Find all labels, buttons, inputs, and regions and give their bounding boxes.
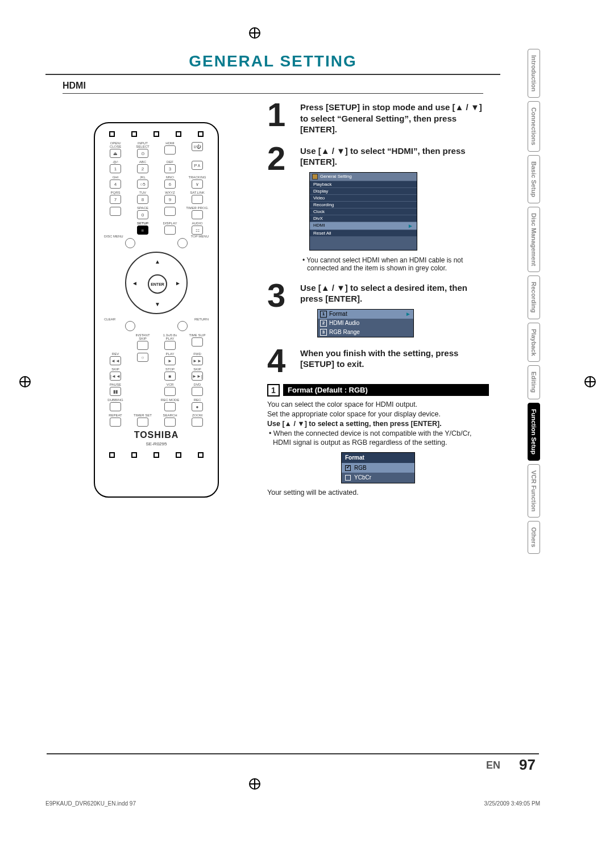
hdmi-submenu: 1Format► 2HDMI Audio 3RGB Range (317, 309, 414, 337)
remote-column: OPEN/ CLOSE⏏ INPUT SELECT⊙ HDMI I/⏻ .@/:… (57, 99, 256, 498)
crop-mark (579, 370, 601, 393)
step-2: 2 Use [▲ / ▼] to select “HDMI”, then pre… (267, 145, 489, 272)
section-hdmi-label: HDMI (63, 81, 500, 91)
crop-mark (243, 22, 266, 44)
step-number: 4 (267, 348, 294, 374)
clear-label: CLEAR (104, 318, 115, 321)
page-title: GENERAL SETTING (45, 52, 500, 75)
side-tabs: Introduction Connections Basic Setup Dis… (528, 49, 540, 554)
step-4: 4 When you finish with the setting, pres… (267, 348, 489, 374)
tab-vcr-function[interactable]: VCR Function (528, 464, 540, 518)
format-options-box: Format ✔RGB YCbCr (341, 452, 415, 483)
brand-label: TOSHIBA (101, 430, 212, 440)
page-body: GENERAL SETTING HDMI OPEN/ CLOSE⏏ INPUT … (45, 49, 500, 783)
footer-rule (47, 753, 539, 754)
section-rule (63, 93, 483, 94)
tab-disc-management[interactable]: Disc Management (528, 207, 540, 273)
step-2-note: • You cannot select HDMI when an HDMI ca… (300, 256, 489, 272)
tab-playback[interactable]: Playback (528, 323, 540, 362)
step-1: 1 Press [SETUP] in stop mode and use [▲ … (267, 102, 489, 135)
tab-function-setup[interactable]: Function Setup (528, 403, 540, 461)
page-number: 97 (519, 756, 536, 774)
step-3: 3 Use [▲ / ▼] to select a desired item, … (267, 282, 489, 337)
tab-recording[interactable]: Recording (528, 276, 540, 319)
format-section-body: You can select the color space for HDMI … (267, 400, 489, 498)
return-label: RETURN (194, 318, 209, 321)
disc-menu-label: DISC MENU (104, 235, 123, 238)
remote-keypad: OPEN/ CLOSE⏏ INPUT SELECT⊙ HDMI I/⏻ .@/:… (101, 141, 212, 235)
print-footer-right: 3/25/2009 3:49:05 PM (484, 800, 540, 807)
tab-others[interactable]: Others (528, 521, 540, 553)
step-number: 2 (267, 145, 294, 272)
steps-column: 1 Press [SETUP] in stop mode and use [▲ … (267, 99, 489, 498)
step-number: 3 (267, 282, 294, 337)
print-footer-left: E9PKAUD_DVR620KU_EN.indd 97 (45, 800, 136, 807)
format-section-header: 1 Format (Default : RGB) (267, 384, 489, 397)
top-menu-label: TOP MENU (191, 235, 209, 238)
general-setting-menu: General Setting Playback Display Video R… (309, 172, 417, 251)
nav-ring: ▲▼ ◄► ENTER (125, 252, 188, 314)
tab-connections[interactable]: Connections (528, 101, 540, 152)
crop-mark (14, 370, 36, 393)
enter-button: ENTER (148, 274, 167, 294)
page-lang: EN (486, 760, 500, 771)
step-number: 1 (267, 102, 294, 135)
tab-introduction[interactable]: Introduction (528, 49, 540, 98)
model-label: SE-R0295 (101, 441, 212, 446)
remote-control: OPEN/ CLOSE⏏ INPUT SELECT⊙ HDMI I/⏻ .@/:… (94, 122, 219, 498)
tab-editing[interactable]: Editing (528, 365, 540, 399)
tab-basic-setup[interactable]: Basic Setup (528, 155, 540, 203)
